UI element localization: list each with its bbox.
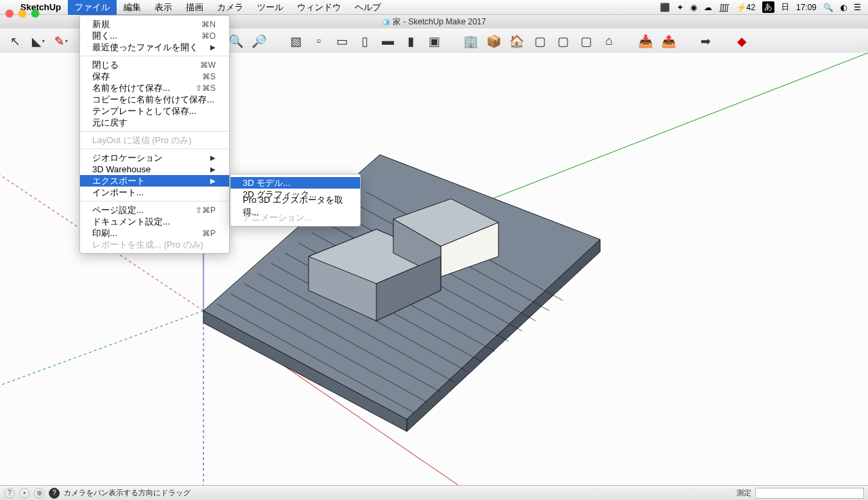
dropbox-icon[interactable]: ⬛ (660, 3, 670, 12)
menu-send-to-layout: LayOut に送信 (Pro のみ) (80, 134, 229, 146)
menu-save-as[interactable]: 名前を付けて保存...⇧⌘S (80, 82, 229, 94)
building-tool[interactable]: 🏢 (461, 32, 480, 51)
evernote-icon[interactable]: ✦ (677, 3, 684, 12)
menu-view[interactable]: 表示 (148, 0, 179, 15)
menu-revert[interactable]: 元に戻す (80, 117, 229, 128)
window-title: 家 - SketchUp Make 2017 (393, 16, 486, 28)
menu-camera[interactable]: カメラ (210, 0, 250, 15)
geo-icon[interactable]: ⊕ (34, 488, 45, 499)
menu-export[interactable]: エクスポート▶ (80, 175, 229, 187)
cloud-icon[interactable]: ☁ (704, 3, 712, 12)
back-view-tool[interactable]: ▬ (378, 32, 397, 51)
ruby-tool[interactable]: ◆ (732, 32, 751, 51)
notification-center-icon[interactable]: ☰ (854, 3, 861, 12)
menu-draw[interactable]: 描画 (179, 0, 210, 15)
menu-save-template[interactable]: テンプレートとして保存... (80, 105, 229, 117)
menu-close[interactable]: 閉じる⌘W (80, 59, 229, 71)
menu-help[interactable]: ヘルプ (348, 0, 388, 15)
measurement-label: 測定 (736, 488, 751, 498)
zoom-window-button[interactable] (31, 9, 39, 18)
submenu-get-pro-exporters[interactable]: Pro 3D エクスポータを取得... (231, 200, 360, 212)
box3-tool[interactable]: ▢ (576, 32, 595, 51)
statusbar: ? • ⊕ ? カメラをパン表示する方向にドラッグ 測定 (0, 485, 868, 500)
menu-open[interactable]: 開く...⌘O (80, 30, 229, 41)
submenu-3d-model[interactable]: 3D モデル... (231, 177, 360, 189)
menu-file[interactable]: ファイル (68, 0, 117, 15)
top-view-tool[interactable]: ▫ (309, 32, 328, 51)
menu-print[interactable]: 印刷...⌘P (80, 227, 229, 239)
export-submenu: 3D モデル... 2D グラフィック... Pro 3D エクスポータを取得.… (230, 174, 361, 227)
pencil-tool[interactable]: ✎ (52, 32, 71, 51)
axis-y-negative (0, 311, 203, 385)
menu-new[interactable]: 新規⌘N (80, 18, 229, 30)
close-window-button[interactable] (5, 9, 14, 18)
menu-edit[interactable]: 編集 (117, 0, 148, 15)
menubar-right: ⬛ ✦ ◉ ☁ ⨌ ⚡42 あ 日 17:09 🔍 ◐ ☰ (660, 1, 868, 13)
box1-tool[interactable]: ▢ (530, 32, 549, 51)
file-menu-dropdown: 新規⌘N 開く...⌘O 最近使ったファイルを開く▶ 閉じる⌘W 保存⌘S 名前… (79, 15, 230, 254)
status-tip: カメラをパン表示する方向にドラッグ (64, 488, 732, 498)
person-icon[interactable]: • (19, 488, 30, 499)
menubar: SketchUp ファイル 編集 表示 描画 カメラ ツール ウィンドウ ヘルプ… (0, 0, 868, 15)
home-tool[interactable]: ⌂ (599, 32, 618, 51)
front-view-tool[interactable]: ▭ (332, 32, 351, 51)
export-tool[interactable]: ➡ (696, 32, 715, 51)
menu-save-copy-as[interactable]: コピーをに名前を付けて保存... (80, 94, 229, 105)
iso-view-tool[interactable]: ▧ (286, 32, 305, 51)
menu-3d-warehouse[interactable]: 3D Warehouse▶ (80, 164, 229, 175)
house-tool[interactable]: 🏠 (507, 32, 526, 51)
menu-save[interactable]: 保存⌘S (80, 71, 229, 82)
menu-recent[interactable]: 最近使ったファイルを開く▶ (80, 41, 229, 53)
clock-day[interactable]: 日 (781, 1, 789, 13)
right-view-tool[interactable]: ▯ (355, 32, 374, 51)
select-tool[interactable]: ↖ (5, 32, 24, 51)
warehouse-upload-tool[interactable]: 📤 (659, 32, 678, 51)
menu-tools[interactable]: ツール (250, 0, 290, 15)
wifi-icon[interactable]: ⨌ (719, 3, 730, 12)
spotlight-icon[interactable]: 🔍 (823, 3, 833, 12)
line-icon[interactable]: ◉ (690, 3, 697, 12)
menu-page-setup[interactable]: ページ設定...⇧⌘P (80, 204, 229, 216)
menu-import[interactable]: インポート... (80, 187, 229, 198)
window-controls (5, 9, 39, 18)
siri-icon[interactable]: ◐ (840, 3, 847, 12)
submenu-animation: アニメーション... (231, 212, 360, 223)
battery-icon[interactable]: ⚡42 (736, 3, 755, 12)
eraser-tool[interactable]: ◣ (28, 32, 47, 51)
perspective-tool[interactable]: ▣ (425, 32, 443, 51)
warehouse-download-tool[interactable]: 📥 (636, 32, 655, 51)
clock-time[interactable]: 17:09 (796, 3, 816, 12)
menu-generate-report: レポートを生成... (Pro のみ) (80, 239, 229, 250)
info-icon[interactable]: ? (4, 488, 15, 499)
menu-window[interactable]: ウィンドウ (290, 0, 348, 15)
zoom-extents-tool[interactable]: 🔎 (250, 32, 269, 51)
ime-icon[interactable]: あ (762, 1, 774, 13)
measurement-input[interactable] (755, 488, 864, 499)
help-icon[interactable]: ? (49, 488, 60, 499)
box2-tool[interactable]: ▢ (553, 32, 572, 51)
minimize-window-button[interactable] (18, 9, 26, 18)
menu-document-setup[interactable]: ドキュメント設定... (80, 216, 229, 227)
menu-geolocation[interactable]: ジオロケーション▶ (80, 152, 229, 164)
component-tool[interactable]: 📦 (484, 32, 503, 51)
left-view-tool[interactable]: ▮ (401, 32, 420, 51)
